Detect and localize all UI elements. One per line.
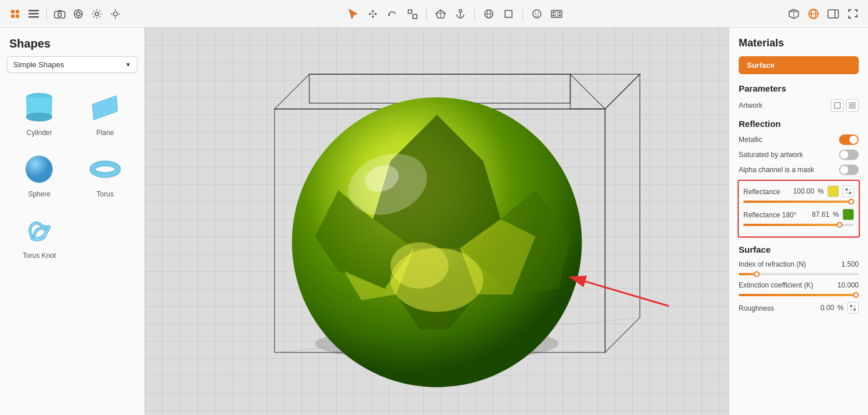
surface-tab[interactable]: Surface [739,56,859,74]
panels-icon[interactable] [26,6,42,22]
saturated-toggle[interactable] [839,150,859,160]
reflectance180-color-swatch[interactable] [842,209,854,220]
shape-item-sphere[interactable]: Sphere [9,147,70,203]
film-icon[interactable] [549,6,565,22]
torus-icon [88,152,122,187]
anchor-icon[interactable] [452,6,468,22]
reflectance-slider[interactable] [743,201,854,203]
plane-label: Plane [96,129,114,137]
artwork-label: Artwork [739,101,762,110]
shape-item-plane[interactable]: Plane [75,86,136,141]
ior-thumb[interactable] [754,271,760,277]
camera-icon[interactable] [52,6,68,22]
reflectance-thumb[interactable] [848,199,854,205]
sphere-view-icon[interactable] [805,6,822,22]
toolbar-center [345,6,565,22]
saturated-row: Saturated by artwork [739,150,859,160]
plane-icon [88,90,122,125]
grid-icon[interactable] [7,6,23,22]
sphere-label: Sphere [28,190,50,198]
svg-rect-94 [854,305,856,307]
face-icon[interactable] [529,6,545,22]
roughness-unit: % [837,304,844,312]
ior-label: Index of refraction (N) [739,260,806,268]
shape-item-cylinder[interactable]: Cylinder [9,86,70,141]
fullscreen-icon[interactable] [845,6,861,22]
roughness-pattern-icon[interactable] [847,302,859,314]
shapes-grid: Cylinder Plane [0,80,144,270]
reflectance-section: Reflectance 100.00 % Reflectance 180° [738,180,860,238]
svg-rect-40 [559,14,561,16]
reflectance180-thumb[interactable] [837,222,842,228]
svg-point-15 [95,12,99,16]
svg-point-16 [114,12,118,16]
reflectance-pattern-icon[interactable] [842,185,854,197]
extinction-thumb[interactable] [853,292,859,298]
artwork-grid-icon[interactable] [846,99,859,112]
globe-icon[interactable] [481,6,497,22]
svg-rect-0 [11,10,14,13]
svg-rect-4 [28,10,39,12]
reflectance-row: Reflectance 100.00 % [743,185,854,198]
reflectance-color-swatch[interactable] [827,185,839,197]
extinction-label: Extinction coefficient (K) [739,281,813,289]
svg-marker-64 [605,74,640,352]
svg-marker-65 [571,74,640,109]
square-icon[interactable] [500,6,517,22]
rotate-icon[interactable] [384,6,401,22]
move-icon[interactable] [365,6,381,22]
shape-item-torus-knot[interactable]: Torus Knot [9,209,70,264]
reflectance-label: Reflectance [743,188,780,196]
saturated-knob [840,151,848,159]
mesh-icon[interactable] [433,6,449,22]
sphere-icon-sidebar [22,152,57,187]
shape-item-torus[interactable]: Torus [75,147,136,203]
svg-rect-84 [834,103,840,108]
svg-rect-93 [850,305,852,307]
svg-point-34 [535,13,536,14]
reflectance180-fill [743,224,840,226]
extinction-slider[interactable] [739,294,859,296]
reflectance180-value-row: 87.61 % [812,209,854,220]
svg-rect-95 [850,308,852,311]
artwork-single-icon[interactable] [831,99,844,112]
viewport[interactable] [145,28,729,415]
svg-rect-86 [853,103,855,105]
panel-toggle-icon[interactable] [825,6,841,22]
reflectance-value: 100.00 [793,187,815,195]
torus-label: Torus [97,190,114,198]
sep2 [426,7,427,21]
shapes-dropdown[interactable]: Simple Shapes ▼ [7,56,137,73]
scale-icon[interactable] [404,6,420,22]
reflectance-value-row: 100.00 % [793,185,854,197]
toolbar-right [786,6,861,22]
svg-line-68 [605,318,640,352]
svg-rect-36 [551,10,562,17]
svg-rect-87 [849,106,852,108]
svg-point-58 [26,156,53,183]
svg-rect-39 [553,14,554,16]
reflectance180-slider[interactable] [743,224,854,226]
svg-rect-92 [849,192,851,194]
reflection-title: Reflection [739,119,859,129]
target-icon[interactable] [70,6,86,22]
roughness-value-row: 0.00 % [820,302,859,314]
sep1 [46,7,47,21]
alpha-toggle[interactable] [839,165,859,175]
svg-rect-2 [11,14,14,18]
svg-rect-3 [16,14,19,18]
cursor-icon[interactable] [345,6,361,22]
extinction-value: 10.000 [837,281,859,289]
metallic-toggle[interactable] [839,134,859,145]
svg-rect-48 [828,10,838,18]
ior-slider[interactable] [739,273,859,275]
right-panel: Materials Surface Parameters Artwork Ref… [729,28,868,415]
svg-rect-85 [849,103,852,105]
settings-icon[interactable] [89,6,105,22]
sun-icon[interactable] [107,6,124,22]
cube-view-icon[interactable] [786,6,802,22]
saturated-label: Saturated by artwork [739,151,803,159]
extinction-fill [739,294,859,296]
materials-title: Materials [739,37,859,49]
reflectance180-unit: % [833,210,839,219]
